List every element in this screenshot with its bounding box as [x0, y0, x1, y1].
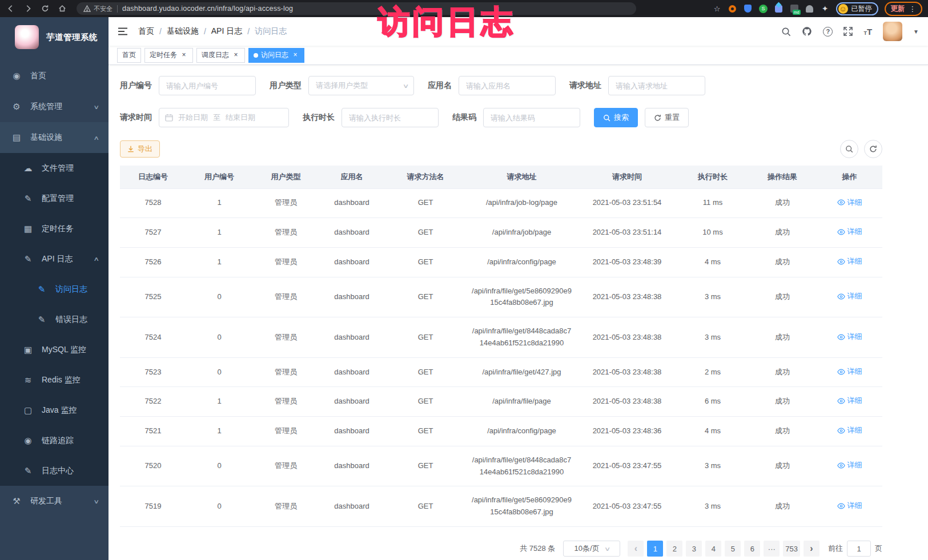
github-icon[interactable] — [802, 26, 812, 37]
font-size-icon[interactable]: TT — [863, 27, 872, 37]
breadcrumb-item[interactable]: 基础设施 — [167, 26, 199, 37]
chevron-down-icon: ∨ — [93, 498, 99, 505]
ext-grid-icon[interactable]: md — [790, 4, 799, 13]
user-type-select[interactable]: 请选择用户类型∨ — [308, 76, 414, 95]
detail-link[interactable]: 详细 — [837, 226, 862, 238]
ext-blue-shield-icon[interactable] — [744, 4, 753, 13]
cell-result: 成功 — [748, 277, 817, 317]
page-button-5[interactable]: 5 — [725, 541, 741, 557]
bookmark-star-icon[interactable]: ☆ — [713, 4, 722, 13]
ext-puzzle-icon[interactable] — [774, 4, 784, 13]
toggle-search-button[interactable] — [840, 140, 858, 158]
export-button[interactable]: 导出 — [120, 140, 160, 158]
tab-label: 定时任务 — [150, 50, 177, 60]
tab-调度日志[interactable]: 调度日志× — [196, 48, 245, 63]
page-button-4[interactable]: 4 — [705, 541, 721, 557]
browser-forward-icon[interactable] — [23, 3, 33, 14]
fullscreen-icon[interactable] — [843, 27, 853, 36]
user-avatar[interactable] — [883, 22, 902, 41]
sidebar-item-首页[interactable]: ◉首页 — [0, 61, 109, 91]
sidebar-item-访问日志[interactable]: ✎访问日志 — [0, 274, 109, 304]
user-id-label: 用户编号 — [120, 80, 152, 91]
ext-pinwheel-icon[interactable]: ✦ — [821, 4, 830, 13]
sidebar-item-文件管理[interactable]: ☁文件管理 — [0, 153, 109, 183]
page-button-3[interactable]: 3 — [686, 541, 702, 557]
cell-id: 7522 — [120, 387, 186, 417]
close-icon[interactable]: × — [291, 51, 299, 59]
address-bar[interactable]: 不安全 dashboard.yudao.iocoder.cn/infra/log… — [77, 2, 636, 15]
close-icon[interactable]: × — [232, 51, 240, 59]
ext-person-icon[interactable] — [805, 4, 814, 13]
detail-link[interactable]: 详细 — [837, 197, 862, 209]
header-search-icon[interactable] — [781, 27, 791, 37]
cell-method: GET — [384, 417, 467, 446]
breadcrumb-item[interactable]: 首页 — [138, 26, 154, 37]
sidebar-item-mysql-监控[interactable]: ▣MySQL 监控 — [0, 335, 109, 365]
help-icon[interactable]: ? — [823, 27, 833, 37]
page-size-select[interactable]: 10条/页 ∨ — [563, 541, 620, 557]
browser-menu-icon[interactable]: ⋮ — [909, 5, 917, 13]
hamburger-icon[interactable] — [109, 27, 137, 36]
refresh-table-button[interactable] — [864, 140, 882, 158]
sidebar-item-链路追踪[interactable]: ◉链路追踪 — [0, 425, 109, 456]
page-button-1[interactable]: 1 — [647, 541, 663, 557]
cell-id: 7520 — [120, 446, 186, 486]
detail-link[interactable]: 详细 — [837, 425, 862, 437]
close-icon[interactable]: × — [180, 51, 188, 59]
sidebar-item-日志中心[interactable]: ✎日志中心 — [0, 456, 109, 486]
ext-green-circle-icon[interactable]: S — [759, 4, 768, 13]
sidebar-item-错误日志[interactable]: ✎错误日志 — [0, 304, 109, 335]
eye-icon — [837, 334, 845, 340]
eye-icon — [837, 229, 845, 235]
page-button-2[interactable]: 2 — [666, 541, 682, 557]
sidebar-item-配置管理[interactable]: ✎配置管理 — [0, 183, 109, 213]
sidebar-logo-row[interactable]: 芋道管理系统 — [0, 17, 109, 57]
user-id-input[interactable] — [159, 76, 256, 95]
browser-home-icon[interactable] — [57, 3, 67, 14]
sidebar-item-基础设施[interactable]: ▤基础设施∧ — [0, 122, 109, 153]
reset-button[interactable]: 重置 — [645, 108, 689, 127]
next-page-button[interactable]: › — [804, 541, 819, 557]
page-button-753[interactable]: 753 — [783, 541, 800, 557]
detail-link[interactable]: 详细 — [837, 460, 862, 472]
column-header: 日志编号 — [120, 166, 186, 188]
app-name-input[interactable] — [459, 76, 556, 95]
request-url-input[interactable] — [608, 76, 705, 95]
detail-link[interactable]: 详细 — [837, 500, 862, 512]
user-menu-caret-icon[interactable]: ▼ — [913, 29, 919, 35]
tab-首页[interactable]: 首页 — [117, 48, 141, 63]
prev-page-button[interactable]: ‹ — [628, 541, 644, 557]
sidebar-item-研发工具[interactable]: ⚒研发工具∨ — [0, 486, 109, 517]
redis-icon: ≋ — [22, 375, 34, 385]
detail-link[interactable]: 详细 — [837, 331, 862, 343]
result-code-input[interactable] — [483, 108, 580, 127]
browser-update-button[interactable]: 更新 ⋮ — [885, 2, 923, 16]
page-button-6[interactable]: 6 — [744, 541, 760, 557]
cell-app: dashboard — [319, 357, 384, 387]
cell-app: dashboard — [319, 387, 384, 417]
page-url: dashboard.yudao.iocoder.cn/infra/log/api… — [122, 5, 293, 13]
detail-link[interactable]: 详细 — [837, 291, 862, 303]
request-time-range-picker[interactable]: 开始日期 至 结束日期 — [159, 108, 289, 127]
detail-link[interactable]: 详细 — [837, 256, 862, 268]
breadcrumb-item[interactable]: API 日志 — [211, 26, 242, 37]
sidebar-item-api-日志[interactable]: ✎API 日志∧ — [0, 244, 109, 274]
cell-actions: 详细 — [817, 218, 882, 248]
detail-link[interactable]: 详细 — [837, 395, 862, 407]
sidebar-item-redis-监控[interactable]: ≋Redis 监控 — [0, 365, 109, 395]
table-row: 75261管理员dashboardGET/api/infra/config/pa… — [120, 247, 882, 277]
duration-input[interactable] — [342, 108, 439, 127]
search-button[interactable]: 搜索 — [594, 108, 638, 127]
ext-orange-ring-icon[interactable] — [728, 4, 737, 13]
browser-back-icon[interactable] — [6, 3, 16, 14]
detail-link[interactable]: 详细 — [837, 366, 862, 378]
column-header: 用户类型 — [252, 166, 319, 188]
sidebar-item-java-监控[interactable]: ▢Java 监控 — [0, 395, 109, 425]
tab-定时任务[interactable]: 定时任务× — [144, 48, 193, 63]
goto-page-input[interactable] — [847, 541, 871, 557]
browser-profile-chip[interactable]: ☺ 已暂停 — [836, 2, 878, 15]
tab-访问日志[interactable]: 访问日志× — [248, 48, 304, 63]
browser-reload-icon[interactable] — [40, 3, 50, 14]
sidebar-item-系统管理[interactable]: ⚙系统管理∨ — [0, 91, 109, 122]
sidebar-item-定时任务[interactable]: ▦定时任务 — [0, 213, 109, 244]
